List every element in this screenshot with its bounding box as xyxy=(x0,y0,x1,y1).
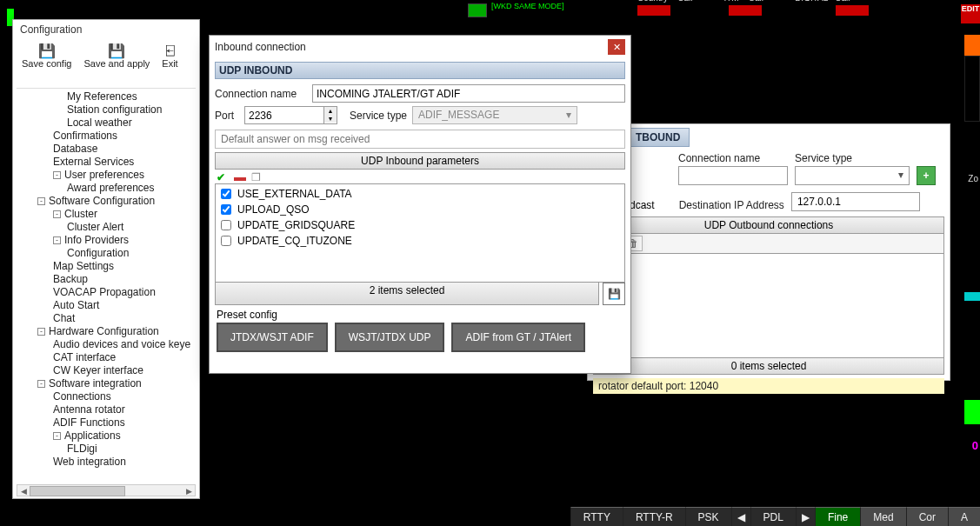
tree-item[interactable]: -Hardware Configuration xyxy=(17,325,196,338)
a-button[interactable]: A xyxy=(948,507,980,526)
outbound-panel: TBOUND Connection name Service type + dc… xyxy=(587,123,950,381)
outbound-tab[interactable]: TBOUND xyxy=(626,128,690,147)
parameter-checkbox[interactable] xyxy=(221,236,231,246)
dest-ip-input[interactable] xyxy=(791,192,920,211)
tree-item-label: Info Providers xyxy=(64,234,129,246)
mode-button[interactable]: PDL xyxy=(750,507,796,526)
tree-item[interactable]: VOACAP Propagation xyxy=(17,286,196,299)
spin-up-icon[interactable]: ▲ xyxy=(324,107,337,115)
mode-button[interactable]: PSK xyxy=(685,507,731,526)
mode-button[interactable]: RTTY xyxy=(570,507,623,526)
connection-name-input[interactable] xyxy=(312,84,625,103)
tree-toggle-icon[interactable]: - xyxy=(53,432,61,440)
outbound-service-type-select[interactable] xyxy=(795,166,910,185)
tree-item[interactable]: Backup xyxy=(17,273,196,286)
tree-item[interactable]: My References xyxy=(17,90,196,103)
bg-zero: 0 xyxy=(972,439,978,452)
tree-item[interactable]: Confirmations xyxy=(17,130,196,143)
horizontal-scrollbar[interactable]: ◀ ▶ xyxy=(17,484,196,496)
tree-item[interactable]: -Software Configuration xyxy=(17,195,196,208)
bg-header-text: Country Call ITM Call DIGITAL Call xyxy=(637,0,850,3)
tree-item[interactable]: CW Keyer interface xyxy=(17,364,196,377)
preset-button[interactable]: ADIF from GT / JTAlert xyxy=(451,323,585,352)
tree-item[interactable]: Station configuration xyxy=(17,103,196,117)
tree-item[interactable]: -User preferences xyxy=(17,169,196,182)
tree-toggle-icon[interactable]: - xyxy=(37,197,45,205)
parameter-checkbox[interactable] xyxy=(221,189,231,199)
close-button[interactable]: ✕ xyxy=(608,39,625,55)
outbound-connection-name-input[interactable] xyxy=(678,166,788,185)
tree-item[interactable]: Auto Start xyxy=(17,299,196,312)
tree-item[interactable]: -Software integration xyxy=(17,377,196,390)
tree-item[interactable]: -Applications xyxy=(17,429,196,443)
scroll-left-icon[interactable]: ◀ xyxy=(17,485,30,497)
copy-button[interactable]: ❐ xyxy=(251,171,263,182)
tree-item-label: Software Configuration xyxy=(49,195,155,207)
config-tree[interactable]: My ReferencesStation configurationLocal … xyxy=(17,88,196,483)
tree-item[interactable]: -Cluster xyxy=(17,208,196,221)
tree-item[interactable]: Configuration xyxy=(17,247,196,260)
dcast-label: dcast xyxy=(630,199,655,211)
dest-ip-label: Destination IP Address xyxy=(679,199,784,211)
tree-item[interactable]: External Services xyxy=(17,156,196,169)
default-answer-input[interactable] xyxy=(215,130,625,149)
tree-item[interactable]: Database xyxy=(17,143,196,156)
tree-item-label: Antenna rotator xyxy=(53,403,125,416)
save-config-button[interactable]: 💾 Save config xyxy=(17,41,77,70)
outbound-connection-list[interactable] xyxy=(593,254,944,358)
tree-item[interactable]: FLDigi xyxy=(17,443,196,456)
preset-button[interactable]: WSJT/JTDX UDP xyxy=(335,323,445,352)
save-apply-button[interactable]: 💾 Save and apply xyxy=(78,41,155,70)
parameter-checkbox[interactable] xyxy=(221,204,231,215)
bg-bar-orange xyxy=(964,35,980,56)
tree-item[interactable]: Antenna rotator xyxy=(17,403,196,416)
cor-button[interactable]: Cor xyxy=(906,507,948,526)
nav-next-button[interactable]: ▶ xyxy=(796,507,815,526)
tree-item[interactable]: Connections xyxy=(17,390,196,403)
save-parameters-button[interactable]: 💾 xyxy=(603,283,625,305)
tree-toggle-icon[interactable]: - xyxy=(37,328,45,336)
tree-toggle-icon[interactable]: - xyxy=(53,236,61,244)
scroll-right-icon[interactable]: ▶ xyxy=(183,485,195,497)
tree-item-label: Web integration xyxy=(53,456,126,468)
tree-item[interactable]: Award preferences xyxy=(17,182,196,195)
exit-button[interactable]: ⍇ Exit xyxy=(157,41,183,70)
tree-item[interactable]: Map Settings xyxy=(17,260,196,273)
disk-icon: 💾 xyxy=(608,288,621,300)
tree-item[interactable]: Web integration xyxy=(17,456,196,469)
tree-toggle-icon[interactable]: - xyxy=(53,210,61,218)
tree-item[interactable]: ADIF Functions xyxy=(17,416,196,429)
uncheck-all-button[interactable] xyxy=(234,171,246,182)
fine-button[interactable]: Fine xyxy=(815,507,860,526)
parameter-row[interactable]: USE_EXTERNAL_DATA xyxy=(217,186,623,202)
tree-toggle-icon[interactable]: - xyxy=(53,171,61,179)
port-input[interactable] xyxy=(245,107,323,123)
tree-item[interactable]: CAT interface xyxy=(17,351,196,364)
add-outbound-button[interactable]: + xyxy=(917,166,936,185)
parameters-checklist[interactable]: USE_EXTERNAL_DATAUPLOAD_QSOUPDATE_GRIDSQ… xyxy=(215,183,625,283)
mode-button[interactable]: RTTY-R xyxy=(623,507,685,526)
tree-item[interactable]: Local weather xyxy=(17,117,196,130)
save-apply-label: Save and apply xyxy=(83,58,150,69)
preset-button[interactable]: JTDX/WSJT ADIF xyxy=(217,323,328,352)
parameter-row[interactable]: UPLOAD_QSO xyxy=(217,202,623,217)
tree-item-label: Station configuration xyxy=(67,103,162,116)
tree-item[interactable]: Chat xyxy=(17,312,196,325)
tree-item[interactable]: -Info Providers xyxy=(17,234,196,247)
parameter-row[interactable]: UPDATE_CQ_ITUZONE xyxy=(217,233,623,249)
port-spinner[interactable]: ▲ ▼ xyxy=(244,106,337,124)
tree-item[interactable]: Audio devices and voice keye xyxy=(17,338,196,351)
spin-down-icon[interactable]: ▼ xyxy=(324,115,337,123)
tree-item[interactable]: Cluster Alert xyxy=(17,221,196,234)
tree-item-label: Applications xyxy=(64,429,121,442)
tree-item-label: External Services xyxy=(53,156,134,168)
parameter-checkbox[interactable] xyxy=(221,220,231,230)
nav-prev-button[interactable]: ◀ xyxy=(731,507,750,526)
service-type-select-disabled: ADIF_MESSAGE xyxy=(412,106,577,124)
med-button[interactable]: Med xyxy=(860,507,905,526)
parameter-row[interactable]: UPDATE_GRIDSQUARE xyxy=(217,217,623,233)
scroll-thumb[interactable] xyxy=(30,486,125,496)
tree-item-label: Chat xyxy=(53,312,75,324)
tree-toggle-icon[interactable]: - xyxy=(37,380,45,388)
check-all-button[interactable]: ✔ xyxy=(217,171,229,182)
